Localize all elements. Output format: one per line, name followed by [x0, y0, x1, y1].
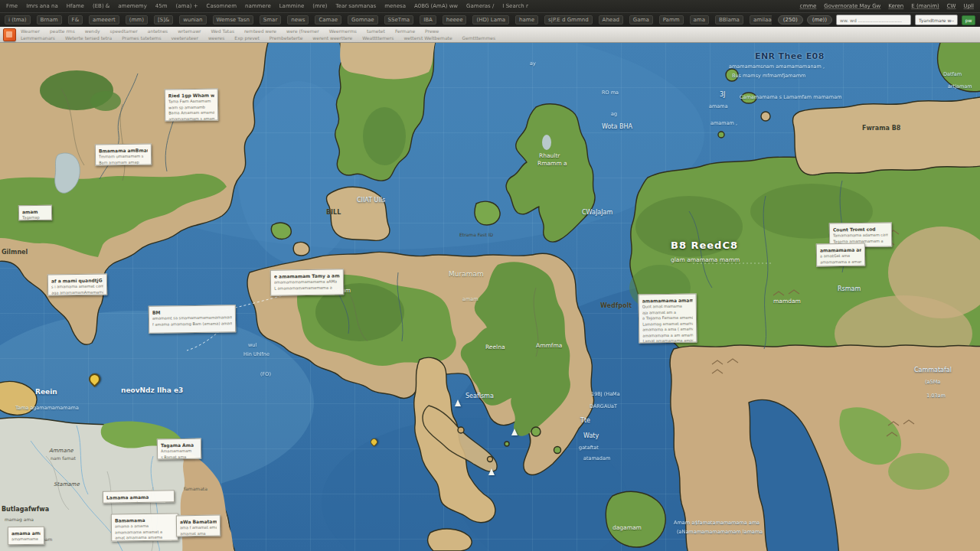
menu-link[interactable]: cmme: [800, 3, 817, 9]
bookmark-item[interactable]: heeee: [443, 15, 467, 24]
bookmark-item[interactable]: BBlama: [715, 15, 743, 24]
favorite-item[interactable]: were (freemer: [286, 28, 319, 34]
menu-item[interactable]: amememy: [118, 3, 147, 9]
map-note-card[interactable]: Bmamama amBmamTmmam umamamam sBam amamam…: [95, 143, 152, 165]
map-marker-icon[interactable]: [455, 399, 461, 406]
bookmark-item[interactable]: hame: [515, 15, 538, 24]
mode-pill[interactable]: (me)): [807, 15, 832, 24]
favorite-item[interactable]: remteed were: [244, 28, 276, 34]
menu-link[interactable]: Keren: [888, 3, 903, 9]
map-note-card[interactable]: amamamama amamamamaQuot amat mamamaaja a…: [639, 293, 697, 343]
bookmark-item[interactable]: Smar: [260, 15, 281, 24]
bookmark-item[interactable]: SSeTma: [384, 15, 414, 24]
map-note-card[interactable]: Lamama amamaamama amamat: [103, 490, 175, 503]
favorite-item[interactable]: Weattttemers: [362, 35, 394, 41]
favorite-item[interactable]: antetnes: [148, 28, 168, 34]
bookmark-item[interactable]: IBA: [420, 15, 436, 24]
menu-item[interactable]: Gameras /: [466, 3, 494, 9]
menu-link[interactable]: E (manim): [911, 3, 939, 9]
favorites-bar: Weamerpeatte rmswendyspeedtamerantetnesw…: [0, 27, 980, 43]
favorite-item[interactable]: werent weerttere: [312, 35, 352, 41]
map-marker-icon[interactable]: [511, 429, 518, 435]
map-note-card[interactable]: af a mami quandtjGs i amamama amamat cam…: [47, 273, 107, 295]
menu-items: FmeImrs ana naHfame(EB) &amememy45m(ama)…: [6, 3, 800, 9]
favorite-item[interactable]: Prames tatetems: [122, 35, 161, 41]
favorite-item[interactable]: wendy: [85, 28, 100, 34]
bookmark-item[interactable]: amilaad: [750, 15, 772, 24]
favorite-item[interactable]: Weterte tersed tetra: [65, 35, 112, 41]
menu-item[interactable]: nammere: [245, 3, 271, 9]
menu-item[interactable]: (ama) +: [176, 3, 198, 9]
menu-item[interactable]: 45m: [155, 3, 168, 9]
favorites-row-2: LemmemanarsWeterte tersed tetraPrames ta…: [21, 34, 977, 41]
secondary-input[interactable]: [915, 15, 958, 25]
favorite-item[interactable]: Weamer: [21, 28, 40, 34]
menu-link[interactable]: CW: [947, 3, 956, 9]
menu-item[interactable]: (EB) &: [93, 3, 109, 9]
bookmark-item[interactable]: Gama: [629, 15, 653, 24]
favorite-item[interactable]: Fermane: [395, 28, 415, 34]
menu-item[interactable]: Lammine: [279, 3, 305, 9]
menu-item[interactable]: Imrs ana na: [26, 3, 58, 9]
map-note-card[interactable]: BMamamamt sa smamamamamamamamama a ama m…: [149, 305, 236, 334]
bookmark-item[interactable]: Ahead: [599, 15, 623, 24]
menu-item[interactable]: Hfame: [67, 3, 84, 9]
bookmark-item[interactable]: ameeert: [89, 15, 119, 24]
bookmark-item[interactable]: Brnam: [37, 15, 62, 24]
menu-item[interactable]: menesa: [384, 3, 406, 9]
bookmark-item[interactable]: Camae: [315, 15, 341, 24]
menu-item[interactable]: Tear sanmanas: [336, 3, 377, 9]
favorite-item[interactable]: Exp prevet: [234, 35, 260, 41]
menu-link[interactable]: Upll: [964, 3, 974, 9]
map-note-card[interactable]: aWa Bamatamaama f amamat amaamamat ama: [176, 515, 220, 537]
bookmark-item[interactable]: ama: [690, 15, 709, 24]
count-pill[interactable]: (250): [778, 15, 803, 24]
bookmark-item[interactable]: F&: [68, 15, 83, 24]
favorite-item[interactable]: speedtamer: [110, 28, 138, 34]
app-logo-icon[interactable]: [3, 28, 16, 41]
favorite-item[interactable]: wrtemawr: [178, 28, 201, 34]
favorite-item[interactable]: Lemmemanars: [21, 35, 55, 41]
favorites-row-1: Weamerpeatte rmswendyspeedtamerantetnesw…: [21, 28, 977, 34]
bookmark-item[interactable]: Gomnae: [348, 15, 378, 24]
search-input[interactable]: [836, 15, 911, 25]
favorite-item[interactable]: Prewe: [425, 28, 439, 34]
bookmark-item[interactable]: [S]&: [154, 15, 173, 24]
favorite-item[interactable]: peatte rms: [50, 28, 75, 34]
favorites-rows: Weamerpeatte rmswendyspeedtamerantetnesw…: [21, 28, 977, 41]
map-note-card[interactable]: amama amatamamamama: [8, 527, 44, 546]
favorite-item[interactable]: Gemtttemmes: [462, 35, 495, 41]
favorite-item[interactable]: weeres: [208, 35, 224, 41]
bookmark-item[interactable]: Wemse Tasn: [213, 15, 253, 24]
menu-link[interactable]: Governorate May Gw: [824, 3, 880, 9]
favorite-item[interactable]: wetterst Weltbemate: [403, 35, 452, 41]
map-viewport[interactable]: ENR Thee E08amamamamsnam amamamamanam ,B…: [0, 43, 980, 551]
menu-item[interactable]: Casomnem: [207, 3, 237, 9]
bookmark-item[interactable]: wunian: [179, 15, 206, 24]
bookmark-item[interactable]: s|P.E d Gmmnd: [544, 15, 593, 24]
bookmark-item[interactable]: (HD) Lama: [472, 15, 509, 24]
menu-item[interactable]: A0BG (AmA) ww: [414, 3, 458, 9]
map-note-card[interactable]: Bamamamaamama a amamaamamamama amamat aa…: [111, 513, 178, 541]
map-note-card[interactable]: Ried 1gp Wham womTama Fwm Aamamamwam sp …: [165, 89, 219, 122]
favorite-item[interactable]: Wed Tatas: [211, 28, 235, 34]
menu-item[interactable]: (mre): [312, 3, 327, 9]
bookmark-item[interactable]: (mm): [126, 15, 148, 24]
map-note-card[interactable]: amamamama amama amatGat amaamamamama a a…: [816, 243, 865, 267]
menu-bar: FmeImrs ana naHfame(EB) &amememy45m(ama)…: [0, 0, 980, 12]
map-note-card[interactable]: Tagama AmaAmamamamams Bamat ama: [157, 439, 201, 460]
bookmark-item[interactable]: Pamm: [659, 15, 684, 24]
favorite-item[interactable]: Weermerms: [329, 28, 357, 34]
favorite-item[interactable]: Prembeteterte: [270, 35, 302, 41]
bookmark-item[interactable]: i (tma): [5, 15, 31, 24]
favorite-item[interactable]: veeterateer: [172, 35, 198, 41]
menu-item[interactable]: I Search r: [502, 3, 528, 9]
map-marker-icon[interactable]: [488, 468, 495, 475]
bookmark-item[interactable]: news: [287, 15, 309, 24]
map-note-card[interactable]: e amamamam Tamy a amaamamamamamamamama a…: [270, 269, 344, 295]
favorite-item[interactable]: tametet: [367, 28, 385, 34]
go-button[interactable]: pw: [962, 15, 975, 25]
screen: FmeImrs ana naHfame(EB) &amememy45m(ama)…: [0, 0, 980, 551]
menu-item[interactable]: Fme: [6, 3, 18, 9]
map-note-card[interactable]: amamTagamap: [18, 205, 52, 221]
